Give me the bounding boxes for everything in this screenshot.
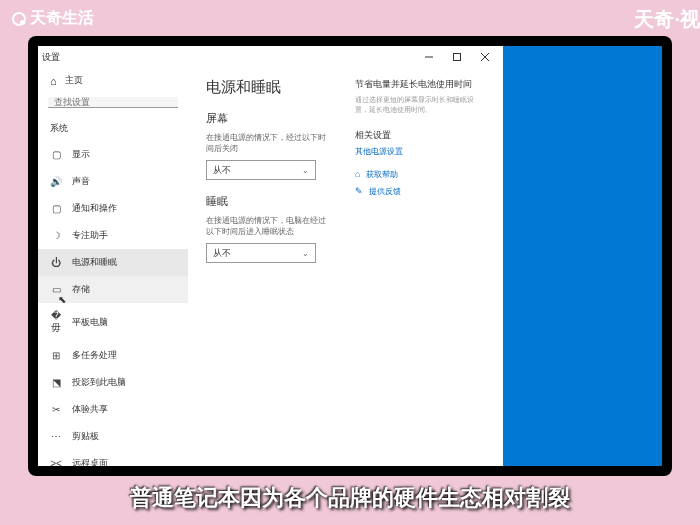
sidebar-item-6[interactable]: �毋平板电脑	[38, 303, 188, 342]
sleep-timeout-select[interactable]: 从不⌄	[206, 243, 316, 263]
watermark-right: 天奇·视	[634, 6, 700, 33]
nav-label: 声音	[72, 175, 90, 188]
sidebar-item-3[interactable]: ☽专注助手	[38, 222, 188, 249]
help-label: 提供反馈	[369, 186, 401, 197]
nav-label: 通知和操作	[72, 202, 117, 215]
nav-icon: ▢	[50, 149, 62, 160]
help-icon: ✎	[355, 186, 363, 196]
logo-icon	[12, 12, 26, 26]
sidebar-item-9[interactable]: ✂体验共享	[38, 396, 188, 423]
settings-window: 设置 ⌂主页 系统 ▢显示🔊声音▢通知和操作☽专注助手⏻电源和睡眠▭存储⬉�毋平…	[38, 46, 503, 466]
screen-timeout-value: 从不	[213, 164, 231, 177]
help-label: 获取帮助	[366, 169, 398, 180]
nav-label: 剪贴板	[72, 430, 99, 443]
nav-label: 电源和睡眠	[72, 256, 117, 269]
nav-icon: ⏻	[50, 257, 62, 268]
titlebar: 设置	[38, 46, 503, 68]
sleep-heading: 睡眠	[206, 194, 331, 209]
related-heading: 相关设置	[355, 129, 485, 142]
side-panel: 节省电量并延长电池使用时间 通过选择更短的屏幕显示时长和睡眠设置，延长电池使用时…	[355, 78, 485, 456]
tips-desc: 通过选择更短的屏幕显示时长和睡眠设置，延长电池使用时间。	[355, 95, 485, 115]
sidebar-item-11[interactable]: ><远程桌面	[38, 450, 188, 466]
sidebar-item-0[interactable]: ▢显示	[38, 141, 188, 168]
category-label: 系统	[38, 116, 188, 141]
help-link-1[interactable]: ✎提供反馈	[355, 186, 485, 197]
help-link-0[interactable]: ⌂获取帮助	[355, 169, 485, 180]
watermark-left: 天奇生活	[12, 8, 94, 29]
minimize-button[interactable]	[415, 46, 443, 68]
nav-icon: ⬔	[50, 377, 62, 388]
sidebar-item-1[interactable]: 🔊声音	[38, 168, 188, 195]
sidebar-item-7[interactable]: ⊞多任务处理	[38, 342, 188, 369]
close-button[interactable]	[471, 46, 499, 68]
desktop: 设置 ⌂主页 系统 ▢显示🔊声音▢通知和操作☽专注助手⏻电源和睡眠▭存储⬉�毋平…	[38, 46, 662, 466]
nav-label: 多任务处理	[72, 349, 117, 362]
monitor-frame: 设置 ⌂主页 系统 ▢显示🔊声音▢通知和操作☽专注助手⏻电源和睡眠▭存储⬉�毋平…	[28, 36, 672, 476]
home-link[interactable]: ⌂主页	[38, 68, 188, 93]
nav-label: 存储	[72, 283, 90, 296]
sidebar-item-10[interactable]: ⋯剪贴板	[38, 423, 188, 450]
screen-timeout-select[interactable]: 从不⌄	[206, 160, 316, 180]
nav-icon: ▢	[50, 203, 62, 214]
nav-label: 显示	[72, 148, 90, 161]
svg-rect-1	[454, 54, 461, 61]
nav-icon: �毋	[50, 310, 62, 335]
search-input[interactable]	[48, 97, 178, 108]
nav-icon: ☽	[50, 230, 62, 241]
nav-icon: ✂	[50, 404, 62, 415]
content-area: 电源和睡眠 屏幕 在接通电源的情况下，经过以下时间后关闭 从不⌄ 睡眠 在接通电…	[188, 68, 503, 466]
nav-label: 体验共享	[72, 403, 108, 416]
sidebar: ⌂主页 系统 ▢显示🔊声音▢通知和操作☽专注助手⏻电源和睡眠▭存储⬉�毋平板电脑…	[38, 68, 188, 466]
chevron-down-icon: ⌄	[302, 166, 309, 175]
nav-label: 专注助手	[72, 229, 108, 242]
window-controls	[415, 46, 499, 68]
chevron-down-icon: ⌄	[302, 249, 309, 258]
nav-icon: ⊞	[50, 350, 62, 361]
screen-heading: 屏幕	[206, 111, 331, 126]
home-label: 主页	[65, 74, 83, 87]
sleep-desc: 在接通电源的情况下，电脑在经过以下时间后进入睡眠状态	[206, 215, 331, 237]
nav-icon: ⋯	[50, 431, 62, 442]
sidebar-item-2[interactable]: ▢通知和操作	[38, 195, 188, 222]
sidebar-item-5[interactable]: ▭存储⬉	[38, 276, 188, 303]
maximize-button[interactable]	[443, 46, 471, 68]
sidebar-item-8[interactable]: ⬔投影到此电脑	[38, 369, 188, 396]
nav-icon: 🔊	[50, 176, 62, 187]
nav-icon: ▭	[50, 284, 62, 295]
nav-label: 平板电脑	[72, 316, 108, 329]
related-link[interactable]: 其他电源设置	[355, 146, 485, 157]
sleep-timeout-value: 从不	[213, 247, 231, 260]
nav-label: 投影到此电脑	[72, 376, 126, 389]
window-title: 设置	[42, 51, 60, 64]
nav-label: 远程桌面	[72, 457, 108, 466]
page-title: 电源和睡眠	[206, 78, 331, 97]
tips-title: 节省电量并延长电池使用时间	[355, 78, 485, 91]
video-subtitle: 普通笔记本因为各个品牌的硬件生态相对割裂	[0, 483, 700, 513]
sidebar-item-4[interactable]: ⏻电源和睡眠	[38, 249, 188, 276]
help-icon: ⌂	[355, 169, 360, 179]
home-icon: ⌂	[50, 75, 57, 87]
nav-icon: ><	[50, 458, 62, 466]
screen-desc: 在接通电源的情况下，经过以下时间后关闭	[206, 132, 331, 154]
